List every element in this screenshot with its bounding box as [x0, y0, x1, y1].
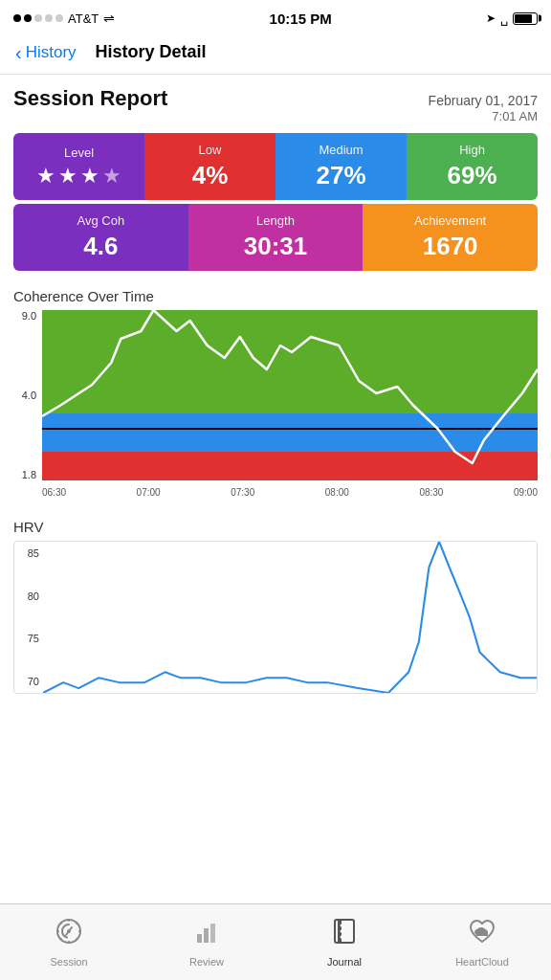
svg-line-14 [60, 939, 62, 941]
journal-tab-label: Journal [327, 956, 362, 968]
tab-review[interactable]: Review [138, 904, 276, 980]
x-label-0800: 08:00 [325, 487, 349, 498]
svg-rect-26 [476, 932, 488, 936]
hrv-y-labels: 85 80 75 70 [14, 542, 43, 693]
svg-point-21 [341, 930, 343, 933]
hrv-y-70: 70 [28, 676, 39, 687]
hrv-y-80: 80 [28, 590, 39, 602]
hrv-y-85: 85 [28, 547, 39, 559]
length-label: Length [256, 213, 295, 228]
coherence-chart-area [42, 310, 538, 480]
tab-session[interactable]: Session [0, 904, 138, 980]
carrier-label: AT&T [68, 11, 99, 26]
bluetooth-icon: ␣ [500, 11, 508, 26]
high-value: 69% [447, 161, 496, 190]
y-label-4: 4.0 [22, 390, 36, 401]
avgcoh-label: Avg Coh [77, 213, 125, 228]
coherence-x-labels: 06:30 07:00 07:30 08:00 08:30 09:00 [42, 482, 538, 501]
session-icon [55, 917, 83, 952]
svg-rect-17 [210, 924, 215, 943]
medium-value: 27% [316, 161, 365, 190]
stat-avgcoh: Avg Coh 4.6 [13, 204, 188, 271]
back-chevron-icon: ‹ [15, 43, 22, 62]
svg-rect-15 [197, 934, 202, 943]
status-bar: AT&T ⇌ 10:15 PM ➤ ␣ [0, 0, 551, 34]
svg-point-20 [341, 924, 343, 927]
y-label-9: 9.0 [22, 310, 36, 322]
main-content: Session Report February 01, 2017 7:01 AM… [0, 75, 551, 501]
coherence-y-labels: 9.0 4.0 1.8 [13, 310, 40, 480]
nav-title: History Detail [96, 42, 207, 62]
session-date: February 01, 2017 7:01 AM [429, 93, 538, 123]
battery-icon [513, 12, 538, 25]
x-label-0630: 06:30 [42, 487, 66, 498]
tab-journal[interactable]: Journal [276, 904, 413, 980]
achievement-label: Achievement [414, 213, 486, 228]
tab-heartcloud[interactable]: HeartCloud [413, 904, 551, 980]
x-label-0700: 07:00 [137, 487, 161, 498]
svg-line-12 [77, 939, 78, 941]
heartcloud-tab-label: HeartCloud [455, 956, 509, 968]
status-right: ➤ ␣ [486, 11, 538, 26]
heartcloud-icon [466, 917, 498, 952]
hrv-chart-title: HRV [13, 519, 538, 535]
stats-row-1: Level ★ ★ ★ ★ Low 4% Medium 27% High 69% [13, 133, 538, 200]
stat-achievement: Achievement 1670 [363, 204, 538, 271]
journal-icon [330, 917, 359, 952]
dot-3 [34, 14, 42, 22]
x-label-0830: 08:30 [419, 487, 443, 498]
low-value: 4% [192, 161, 229, 190]
dot-5 [55, 14, 63, 22]
tab-bar: Session Review Journal [0, 903, 551, 980]
dot-2 [24, 14, 32, 22]
location-icon: ➤ [486, 11, 496, 25]
coherence-chart-section: Coherence Over Time 9.0 4.0 1.8 [13, 288, 538, 501]
star-3: ★ [80, 164, 99, 189]
tab-spacer [0, 694, 551, 772]
dot-4 [45, 14, 53, 22]
battery-fill [515, 14, 532, 23]
svg-point-6 [67, 929, 71, 933]
stat-low: Low 4% [144, 133, 276, 200]
low-label: Low [199, 143, 222, 157]
star-2: ★ [58, 164, 77, 189]
svg-line-11 [60, 923, 62, 924]
session-report-title: Session Report [13, 86, 167, 111]
hrv-y-75: 75 [28, 633, 39, 644]
coherence-svg [42, 310, 538, 480]
hrv-svg [43, 542, 537, 693]
svg-rect-4 [43, 542, 537, 693]
medium-label: Medium [319, 143, 363, 157]
y-label-18: 1.8 [22, 469, 36, 480]
avgcoh-value: 4.6 [83, 232, 118, 261]
x-label-0900: 09:00 [514, 487, 538, 498]
review-tab-label: Review [189, 956, 224, 968]
level-label: Level [64, 145, 94, 160]
hrv-chart-container: 85 80 75 70 [13, 541, 538, 694]
x-label-0730: 07:30 [231, 487, 254, 498]
session-header: Session Report February 01, 2017 7:01 AM [13, 86, 538, 123]
star-4: ★ [102, 164, 121, 189]
svg-rect-2 [42, 310, 538, 413]
coherence-chart-title: Coherence Over Time [13, 288, 538, 304]
dot-1 [13, 14, 21, 22]
length-value: 30:31 [244, 232, 308, 261]
level-stars: ★ ★ ★ ★ [36, 164, 121, 189]
status-left: AT&T ⇌ [13, 11, 115, 26]
session-tab-label: Session [50, 956, 87, 968]
review-icon [192, 917, 221, 952]
svg-rect-16 [204, 928, 209, 943]
stat-length: Length 30:31 [188, 204, 364, 271]
back-label: History [26, 43, 77, 62]
stat-high: High 69% [407, 133, 538, 200]
back-button[interactable]: ‹ History [15, 43, 77, 62]
stats-row-2: Avg Coh 4.6 Length 30:31 Achievement 167… [13, 204, 538, 271]
achievement-value: 1670 [423, 232, 478, 261]
svg-point-22 [341, 936, 343, 939]
coherence-chart-container: 9.0 4.0 1.8 [13, 310, 538, 501]
stat-medium: Medium 27% [276, 133, 407, 200]
hrv-section: HRV 85 80 75 70 [0, 519, 551, 694]
svg-rect-1 [42, 413, 538, 452]
signal-dots [13, 14, 63, 22]
wifi-icon: ⇌ [103, 11, 115, 26]
